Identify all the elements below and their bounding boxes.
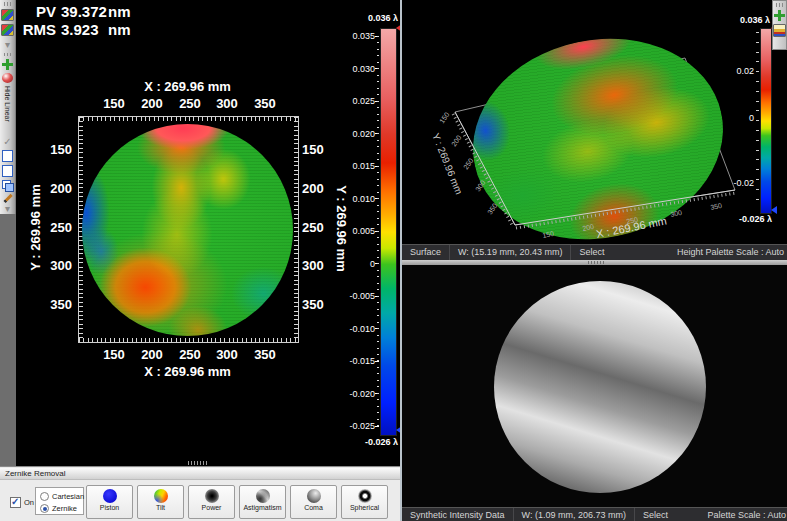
sphere-palette-icon[interactable] xyxy=(2,73,13,83)
rms-unit: nm xyxy=(108,21,131,39)
colorbar-tick-label: -0.015 xyxy=(337,356,375,366)
tick-marks xyxy=(79,338,296,342)
y3d-tick: 250 xyxy=(462,157,474,171)
x-tick: 200 xyxy=(137,96,167,111)
y-tick: 350 xyxy=(40,297,72,312)
floating-toolbar xyxy=(772,0,787,50)
colorbar-tick-label: -0.025 xyxy=(337,421,375,431)
tilt-button-label: Tilt xyxy=(138,504,183,512)
colorbar-min-label: -0.026 λ xyxy=(340,437,398,447)
application-window: ▾ Hide Linear ✓ ▾ PV 39.372 nm RMS 3.923… xyxy=(0,0,787,521)
x3d-tick: 350 xyxy=(710,202,723,211)
autoscale-arrows-icon[interactable] xyxy=(774,10,785,21)
power-button[interactable]: Power xyxy=(188,485,235,519)
power-icon xyxy=(205,489,219,503)
coma-button[interactable]: Coma xyxy=(290,485,337,519)
spherical-button-label: Spherical xyxy=(342,504,387,512)
intensity-status-scale[interactable]: Palette Scale : Auto xyxy=(707,508,787,521)
intensity-panel[interactable] xyxy=(402,265,787,507)
intensity-status-action: Select xyxy=(635,508,676,521)
pv-label: PV xyxy=(22,3,56,21)
surface-status-action: Select xyxy=(571,245,612,261)
y-tick: 300 xyxy=(302,258,334,273)
document-icon[interactable] xyxy=(2,150,13,162)
colorbar3d-tick-label: -0.02 xyxy=(718,178,754,188)
rms-label: RMS xyxy=(22,21,56,39)
colorbar3d-ticks xyxy=(756,32,759,208)
toolbar-overflow-icon[interactable]: ▾ xyxy=(5,203,10,214)
colorbar-tick-label: 0.025 xyxy=(337,96,375,106)
panel-splitter[interactable] xyxy=(188,461,208,465)
surface-status-mode: Surface xyxy=(402,245,450,261)
colorbar3d-max-label: 0.036 λ xyxy=(712,15,770,25)
map2d-top-axis-title: X : 269.96 mm xyxy=(78,79,297,94)
cartesian-radio[interactable] xyxy=(40,492,49,501)
x3d-tick: 300 xyxy=(670,209,683,218)
power-button-label: Power xyxy=(189,504,234,512)
coordinate-option-group: Cartesian Zernike xyxy=(35,487,84,515)
y-tick: 150 xyxy=(40,142,72,157)
zernike-radio-label[interactable]: Zernike xyxy=(52,504,77,513)
map2d-plot[interactable] xyxy=(78,116,299,343)
colorbar-tick-label: 0 xyxy=(337,259,375,269)
x-tick: 300 xyxy=(212,96,242,111)
document-icon[interactable] xyxy=(2,165,13,177)
x-tick: 150 xyxy=(99,96,129,111)
surface3d-panel[interactable]: 150 200 250 300 350 150 200 250 300 350 … xyxy=(402,0,787,244)
y-tick: 250 xyxy=(302,220,334,235)
colorbar-tick-label: -0.010 xyxy=(337,324,375,334)
intensity-status-mode: Synthetic Intensity Data xyxy=(402,508,514,521)
colorbar3d-tick-label: 0.02 xyxy=(718,66,754,76)
astigmatism-icon xyxy=(256,489,270,503)
spherical-button[interactable]: Spherical xyxy=(341,485,388,519)
surface3d-colorbar[interactable] xyxy=(760,28,772,214)
x-tick: 350 xyxy=(250,96,280,111)
rms-value: 3.923 xyxy=(61,21,108,39)
colorbar3d-min-label: -0.026 λ xyxy=(716,214,772,224)
colorbar-max-label: 0.036 λ xyxy=(340,13,398,23)
colorbar-tick-label: 0.015 xyxy=(337,161,375,171)
tilt-icon xyxy=(154,489,168,503)
splitter-grip[interactable] xyxy=(588,261,606,264)
autoscale-arrows-icon[interactable] xyxy=(2,59,13,69)
tilt-button[interactable]: Tilt xyxy=(137,485,184,519)
zernike-radio[interactable] xyxy=(40,504,49,513)
colorbar-tick-label: 0.010 xyxy=(337,194,375,204)
surface-status-scale[interactable]: Height Palette Scale : Auto xyxy=(677,245,787,261)
colorbar-tick-label: 0.030 xyxy=(337,64,375,74)
zernike-removal-panel: Zernike Removal On Cartesian Zernike Pis… xyxy=(0,466,400,521)
x3d-tick: 200 xyxy=(582,223,595,232)
pencil-icon[interactable] xyxy=(3,194,12,203)
surface-status-coords: W: (15.19 mm, 20.43 mm) xyxy=(450,245,571,261)
zernike-panel-title: Zernike Removal xyxy=(0,468,400,480)
interferogram-fringes[interactable] xyxy=(494,281,706,493)
chart-thumbnail-icon[interactable] xyxy=(773,24,786,37)
surface-height-map[interactable] xyxy=(82,124,293,336)
colorbar-tick-label: 0.005 xyxy=(337,226,375,236)
coma-icon xyxy=(307,489,321,503)
toolbar-grip[interactable] xyxy=(4,53,12,57)
surface-map-icon[interactable] xyxy=(1,24,14,36)
hide-linear-button[interactable]: Hide Linear xyxy=(4,86,11,134)
y3d-tick: 150 xyxy=(438,111,450,125)
astigmatism-button[interactable]: Astigmatism xyxy=(239,485,286,519)
x-tick: 250 xyxy=(175,96,205,111)
surface-map-icon[interactable] xyxy=(1,9,14,21)
y-tick: 300 xyxy=(40,258,72,273)
left-toolbar: ▾ Hide Linear ✓ ▾ xyxy=(0,0,16,214)
zernike-on-checkbox[interactable] xyxy=(10,497,21,508)
piston-icon xyxy=(103,489,117,503)
y-tick: 150 xyxy=(302,142,334,157)
height-colorbar[interactable] xyxy=(380,28,397,436)
toolbar-grip[interactable] xyxy=(4,2,12,6)
colorbar3d-min-marker[interactable] xyxy=(771,206,777,214)
cartesian-radio-label[interactable]: Cartesian xyxy=(52,492,84,501)
map2d-bottom-axis-title: X : 269.96 mm xyxy=(78,364,297,379)
layers-icon[interactable] xyxy=(2,180,13,190)
pv-unit: nm xyxy=(108,3,131,21)
toolbar-overflow-icon[interactable]: ▾ xyxy=(5,39,10,50)
piston-button[interactable]: Piston xyxy=(86,485,133,519)
checkmark-icon[interactable]: ✓ xyxy=(3,136,11,147)
toolbar-grip[interactable] xyxy=(776,3,784,7)
spherical-icon xyxy=(358,489,372,503)
